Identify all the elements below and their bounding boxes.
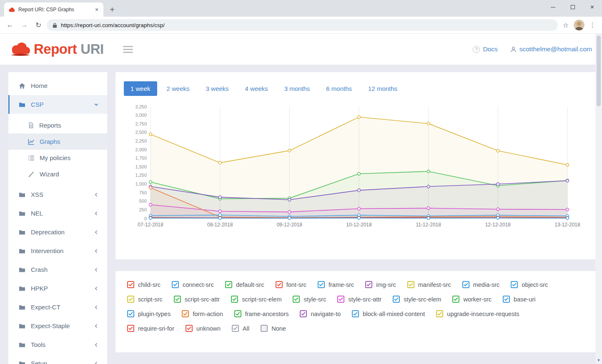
sidebar-item-xss[interactable]: XSS (8, 185, 107, 204)
sidebar-item-nel[interactable]: NEL (8, 204, 107, 223)
tab-6-months[interactable]: 6 months (319, 81, 359, 96)
forward-button[interactable]: → (18, 19, 30, 31)
sidebar-item-home[interactable]: Home (8, 76, 107, 95)
tab-4-weeks[interactable]: 4 weeks (238, 81, 275, 96)
legend-toggle-plugin-types[interactable]: plugin-types (127, 310, 171, 317)
docs-link[interactable]: ? Docs (473, 45, 497, 53)
sidebar-item-deprecation[interactable]: Deprecation (8, 223, 107, 241)
checkbox-icon[interactable] (261, 325, 268, 332)
checkbox-icon[interactable] (293, 296, 300, 303)
cloud-logo-icon (9, 42, 32, 57)
checkbox-icon[interactable] (337, 296, 344, 303)
checkbox-icon[interactable] (300, 310, 307, 317)
legend-toggle-connect-src[interactable]: connect-src (172, 281, 214, 288)
tab-3-weeks[interactable]: 3 weeks (199, 81, 236, 96)
legend-toggle-block-all-mixed-content[interactable]: block-all-mixed-content (352, 310, 425, 317)
window-minimize-button[interactable] (543, 0, 563, 14)
legend-toggle-style-src[interactable]: style-src (293, 296, 326, 303)
account-menu[interactable]: scotthelme@hotmail.com (510, 45, 592, 53)
sidebar-item-crash[interactable]: Crash (8, 260, 107, 279)
checkbox-icon[interactable] (182, 310, 189, 317)
sidebar-item-setup[interactable]: Setup (8, 354, 107, 364)
checkbox-icon[interactable] (352, 310, 359, 317)
browser-tab[interactable]: Report URI: CSP Graphs ✕ (4, 3, 103, 17)
scrollbar-thumb[interactable] (597, 35, 601, 106)
legend-toggle-upgrade-insecure-requests[interactable]: upgrade-insecure-requests (436, 310, 519, 317)
sidebar-item-expect-ct[interactable]: Expect-CT (8, 298, 107, 316)
legend-toggle-worker-src[interactable]: worker-src (452, 296, 492, 303)
tab-close-icon[interactable]: ✕ (93, 6, 100, 13)
legend-toggle-style-src-elem[interactable]: style-src-elem (393, 296, 441, 303)
checkbox-icon[interactable] (127, 296, 134, 303)
checkbox-icon[interactable] (452, 296, 459, 303)
sidebar-item-expect-staple[interactable]: Expect-Staple (8, 316, 107, 335)
scrollbar-down-arrow[interactable]: ▼ (595, 357, 602, 363)
checkbox-icon[interactable] (365, 281, 372, 288)
checkbox-icon[interactable] (231, 296, 238, 303)
legend-toggle-frame-src[interactable]: frame-src (318, 281, 354, 288)
legend-toggle-img-src[interactable]: img-src (365, 281, 396, 288)
checkbox-icon[interactable] (407, 281, 414, 288)
legend-toggle-unknown[interactable]: unknown (186, 325, 221, 332)
checkbox-icon[interactable] (127, 310, 134, 317)
sidebar-item-my-policies[interactable]: My policies (8, 150, 107, 166)
checkbox-icon[interactable] (127, 325, 134, 332)
legend-toggle-script-src-attr[interactable]: script-src-attr (174, 296, 220, 303)
checkbox-icon[interactable] (174, 296, 181, 303)
checkbox-icon[interactable] (503, 296, 510, 303)
checkbox-icon[interactable] (234, 310, 241, 317)
checkbox-icon[interactable] (225, 281, 232, 288)
checkbox-icon[interactable] (462, 281, 469, 288)
legend-toggle-manifest-src[interactable]: manifest-src (407, 281, 451, 288)
sidebar-item-graphs[interactable]: Graphs (8, 133, 107, 150)
sidebar-item-tools[interactable]: Tools (8, 335, 107, 354)
reload-button[interactable]: ↻ (33, 19, 44, 31)
legend-toggle-none[interactable]: None (261, 325, 286, 332)
legend-toggle-require-sri-for[interactable]: require-sri-for (127, 325, 174, 332)
legend-toggle-default-src[interactable]: default-src (225, 281, 264, 288)
checkbox-icon[interactable] (318, 281, 325, 288)
checkbox-icon[interactable] (232, 325, 239, 332)
tab-3-months[interactable]: 3 months (278, 81, 317, 96)
browser-profile-avatar[interactable] (574, 20, 584, 30)
sidebar-item-hpkp[interactable]: HPKP (8, 279, 107, 298)
legend-toggle-navigate-to[interactable]: navigate-to (300, 310, 341, 317)
list-icon (28, 155, 35, 161)
legend-toggle-object-src[interactable]: object-src (511, 281, 548, 288)
checkbox-icon[interactable] (127, 281, 134, 288)
page-scrollbar[interactable]: ▼ (595, 34, 602, 364)
legend-toggle-frame-ancestors[interactable]: frame-ancestors (234, 310, 289, 317)
new-tab-button[interactable]: + (106, 3, 118, 16)
checkbox-icon[interactable] (186, 325, 193, 332)
window-maximize-button[interactable] (563, 0, 582, 14)
tab-1-week[interactable]: 1 week (124, 81, 157, 96)
checkbox-icon[interactable] (172, 281, 179, 288)
window-close-button[interactable]: ✕ (582, 0, 602, 14)
browser-menu-icon[interactable]: ⋮ (587, 20, 598, 30)
checkbox-icon[interactable] (511, 281, 518, 288)
sidebar-item-csp[interactable]: CSP (8, 95, 107, 114)
legend-toggle-script-src[interactable]: script-src (127, 296, 163, 303)
sidebar-item-intervention[interactable]: Intervention (8, 241, 107, 260)
legend-toggle-media-src[interactable]: media-src (462, 281, 500, 288)
legend-toggle-child-src[interactable]: child-src (127, 281, 161, 288)
sidebar-item-reports[interactable]: Reports (8, 117, 107, 133)
hamburger-menu-icon[interactable] (123, 46, 133, 53)
legend-toggle-base-uri[interactable]: base-uri (503, 296, 535, 303)
legend-toggle-font-src[interactable]: font-src (276, 281, 306, 288)
url-field[interactable]: https://report-uri.com/account/graphs/cs… (47, 19, 558, 31)
legend-toggle-form-action[interactable]: form-action (182, 310, 223, 317)
legend-toggle-all[interactable]: All (232, 325, 249, 332)
legend-toggle-script-src-elem[interactable]: script-src-elem (231, 296, 281, 303)
tab-2-weeks[interactable]: 2 weeks (160, 81, 196, 96)
checkbox-icon[interactable] (276, 281, 283, 288)
sidebar-item-wizard[interactable]: Wizard (8, 166, 107, 182)
back-button[interactable]: ← (4, 19, 16, 31)
bookmark-star-icon[interactable]: ☆ (560, 20, 571, 30)
checkbox-icon[interactable] (436, 310, 443, 317)
checkbox-icon[interactable] (393, 296, 400, 303)
tab-12-months[interactable]: 12 months (361, 81, 404, 96)
report-uri-logo[interactable]: Report URI (9, 41, 104, 57)
legend-toggle-style-src-attr[interactable]: style-src-attr (337, 296, 381, 303)
file-icon (28, 122, 34, 128)
